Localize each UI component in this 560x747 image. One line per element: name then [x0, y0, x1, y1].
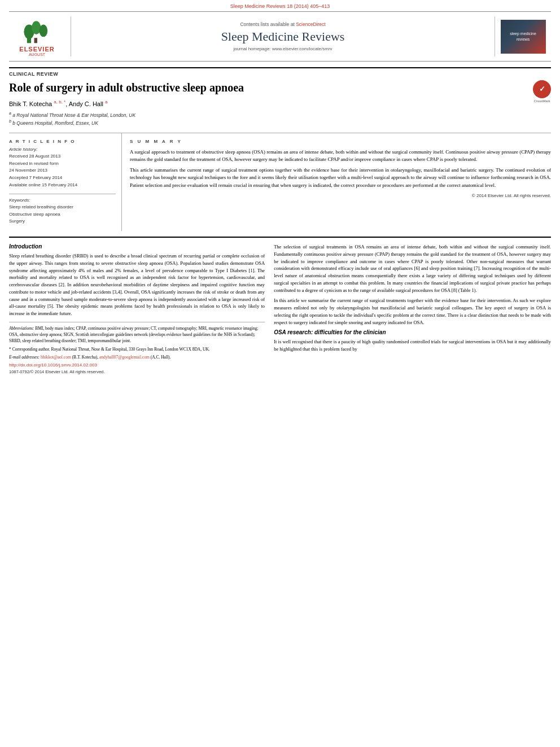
- history-label: Article history:: [9, 147, 116, 152]
- journal-homepage: journal homepage: www.elsevier.com/locat…: [233, 46, 332, 51]
- journal-header: ELSEVIER AUGUST Contents lists available…: [9, 11, 551, 62]
- summary-panel: S U M M A R Y A surgical approach to tre…: [122, 133, 551, 231]
- issn-line: 1087-0792/© 2014 Elsevier Ltd. All right…: [9, 369, 265, 374]
- title-area: Role of surgery in adult obstructive sle…: [9, 80, 551, 95]
- left-column: Introduction Sleep related breathing dis…: [9, 243, 265, 374]
- journal-title-area: Contents lists available at ScienceDirec…: [71, 16, 495, 56]
- svg-point-3: [39, 25, 47, 37]
- article-main: CLINICAL REVIEW Role of surgery in adult…: [9, 62, 551, 231]
- elsevier-month: AUGUST: [19, 53, 54, 56]
- svg-rect-4: [34, 38, 37, 43]
- introduction-heading: Introduction: [9, 243, 265, 250]
- keywords-list: Sleep related breathing disorder Obstruc…: [9, 204, 116, 225]
- elsevier-brand: ELSEVIER: [19, 46, 54, 53]
- copyright: © 2014 Elsevier Ltd. All rights reserved…: [130, 193, 551, 199]
- right-column: The selection of surgical treatments in …: [274, 243, 551, 374]
- article-category: CLINICAL REVIEW: [9, 67, 551, 77]
- article-title: Role of surgery in adult obstructive sle…: [9, 80, 551, 95]
- affiliations: a a Royal National Throat Nose & Ear Hos…: [9, 111, 551, 127]
- summary-title: S U M M A R Y: [130, 139, 551, 144]
- osa-research-text: It is well recognised that there is a pa…: [274, 338, 551, 353]
- contents-available: Contents lists available at ScienceDirec…: [240, 21, 325, 27]
- article-info-summary: A R T I C L E I N F O Article history: R…: [9, 133, 551, 231]
- right-intro-para1: The selection of surgical treatments in …: [274, 243, 551, 294]
- authors-line: Bhik T. Kotecha a, b, *, Andy C. Hall a: [9, 99, 551, 107]
- main-body: Introduction Sleep related breathing dis…: [9, 237, 551, 374]
- journal-citation: Sleep Medicine Reviews 18 (2014) 405–413: [0, 0, 560, 11]
- crossmark-label: CrossMark: [533, 99, 550, 103]
- article-info-title: A R T I C L E I N F O: [9, 139, 116, 144]
- email-addresses: E-mail addresses: bhikkot@aol.com (B.T. …: [9, 354, 265, 360]
- crossmark-badge[interactable]: ✓ CrossMark: [533, 80, 551, 103]
- info-divider: [9, 194, 116, 194]
- summary-text: A surgical approach to treatment of obst…: [130, 148, 551, 199]
- corresponding-author: * Corresponding author. Royal National T…: [9, 346, 265, 352]
- article-dates: Received 28 August 2013 Received in revi…: [9, 153, 116, 189]
- introduction-text: Sleep related breathing disorder (SRBD) …: [9, 252, 265, 317]
- abbreviations-text: Abbreviations: BMI, body mass index; CPA…: [9, 325, 265, 344]
- osa-research-heading: OSA research: difficulties for the clini…: [274, 329, 551, 335]
- keywords-label: Keywords:: [9, 198, 116, 203]
- footnotes-section: Abbreviations: BMI, body mass index; CPA…: [9, 322, 265, 374]
- doi-link[interactable]: http://dx.doi.org/10.1016/j.smrv.2014.02…: [9, 362, 265, 368]
- journal-logo: sleep medicine reviews: [501, 20, 546, 54]
- journal-logo-area: sleep medicine reviews: [495, 16, 551, 56]
- article-info-panel: A R T I C L E I N F O Article history: R…: [9, 133, 122, 231]
- journal-title: Sleep Medicine Reviews: [221, 29, 345, 44]
- right-intro-para2: In this article we summarise the current…: [274, 297, 551, 326]
- publisher-logo: ELSEVIER AUGUST: [9, 16, 71, 56]
- crossmark-icon[interactable]: ✓: [533, 80, 551, 98]
